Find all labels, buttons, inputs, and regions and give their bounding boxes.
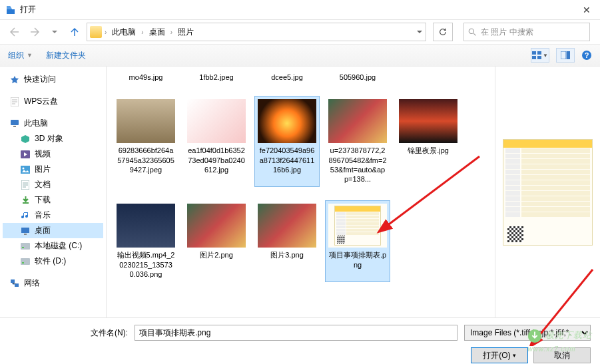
file-thumbnail bbox=[117, 204, 175, 248]
svg-rect-20 bbox=[21, 258, 30, 265]
file-type-filter[interactable]: Image Files (*.tiff;*.pjp;*.jfif;*. bbox=[464, 325, 591, 341]
file-item[interactable]: ea1f04f0d1b635273ed0497ba0240612.jpg bbox=[184, 96, 249, 187]
file-thumbnail bbox=[258, 204, 316, 248]
filename-input[interactable] bbox=[135, 325, 457, 341]
help-icon[interactable]: ? bbox=[581, 50, 592, 61]
main-area: 快速访问 WPS云盘 此电脑 3D 对象视频图片文档下载音乐桌面本地磁盘 (C:… bbox=[0, 67, 600, 317]
sidebar-item[interactable]: 3D 对象 bbox=[3, 131, 103, 146]
preview-pane-button[interactable] bbox=[556, 48, 575, 63]
title-bar: 打开 ✕ bbox=[0, 0, 600, 20]
close-button[interactable]: ✕ bbox=[579, 5, 595, 15]
refresh-button[interactable] bbox=[433, 23, 453, 41]
sidebar-quick-access[interactable]: 快速访问 bbox=[3, 72, 103, 87]
file-label: mo49s.jpg bbox=[117, 73, 175, 82]
sidebar-item[interactable]: 视频 bbox=[3, 146, 103, 162]
file-item[interactable]: 69283666bf264a57945a323656059427.jpeg bbox=[113, 96, 178, 187]
svg-rect-22 bbox=[11, 279, 15, 283]
search-placeholder: 在 照片 中搜索 bbox=[481, 27, 533, 38]
monitor-icon bbox=[9, 118, 20, 129]
breadcrumb-bar[interactable]: › 此电脑 › 桌面 › 照片 bbox=[87, 23, 426, 41]
app-icon bbox=[5, 5, 16, 15]
file-thumbnail bbox=[187, 99, 246, 143]
svg-rect-21 bbox=[22, 262, 24, 264]
recent-dropdown[interactable] bbox=[47, 24, 63, 40]
chevron-right-icon: › bbox=[170, 29, 172, 36]
file-item[interactable]: 1fbb2.jpeg bbox=[184, 69, 249, 85]
chevron-right-icon: › bbox=[105, 29, 107, 36]
svg-rect-1 bbox=[532, 51, 536, 55]
svg-rect-17 bbox=[24, 234, 27, 235]
svg-rect-18 bbox=[21, 243, 30, 250]
pic-icon bbox=[20, 164, 31, 175]
desktop-icon bbox=[20, 226, 31, 236]
svg-rect-16 bbox=[21, 228, 29, 233]
chevron-down-icon[interactable] bbox=[416, 29, 423, 35]
file-item[interactable]: 505960.jpg bbox=[325, 69, 390, 85]
sidebar-item[interactable]: 本地磁盘 (C:) bbox=[3, 238, 103, 254]
cancel-button[interactable]: 取消 bbox=[533, 347, 591, 363]
file-thumbnail bbox=[117, 99, 175, 143]
file-thumbnail bbox=[258, 99, 316, 143]
forward-button[interactable] bbox=[27, 24, 43, 40]
file-item[interactable]: 输出视频5.mp4_20230215_135730.036.png bbox=[113, 200, 178, 282]
file-label: fe720403549a96a8713f2644761116b6.jpg bbox=[258, 146, 316, 174]
file-label: 锦里夜景.jpg bbox=[399, 146, 457, 155]
sidebar-item[interactable]: 软件 (D:) bbox=[3, 254, 103, 269]
file-label: 图片3.png bbox=[258, 250, 316, 260]
view-mode-button[interactable]: ▼ bbox=[531, 48, 549, 63]
breadcrumb-item[interactable]: 照片 bbox=[175, 25, 196, 39]
file-item[interactable]: 图片2.png bbox=[184, 200, 249, 282]
file-item[interactable]: 锦里夜景.jpg bbox=[396, 96, 461, 187]
window-title: 打开 bbox=[20, 4, 579, 15]
preview-thumbnail bbox=[503, 139, 593, 246]
open-button[interactable]: 打开(O)▾ bbox=[471, 347, 528, 363]
svg-rect-19 bbox=[22, 247, 24, 248]
breadcrumb-item[interactable]: 桌面 bbox=[147, 25, 168, 39]
sidebar-item[interactable]: 下载 bbox=[3, 192, 103, 208]
folder-icon bbox=[90, 26, 102, 38]
footer: 文件名(N): Image Files (*.tiff;*.pjp;*.jfif… bbox=[0, 317, 600, 364]
sidebar-item[interactable]: 文档 bbox=[3, 177, 103, 192]
svg-rect-10 bbox=[11, 120, 19, 125]
svg-point-14 bbox=[23, 167, 25, 169]
chevron-right-icon: › bbox=[141, 29, 143, 36]
up-button[interactable] bbox=[67, 24, 83, 40]
preview-pane bbox=[495, 67, 600, 317]
file-label: 1fbb2.jpeg bbox=[187, 73, 246, 82]
file-item[interactable]: mo49s.jpg bbox=[113, 69, 178, 85]
back-button[interactable] bbox=[7, 24, 23, 40]
file-item[interactable]: 项目事项排期表.png bbox=[325, 200, 390, 282]
file-label: dcee5.jpg bbox=[258, 73, 316, 82]
file-thumbnail bbox=[399, 99, 457, 143]
sidebar-wps[interactable]: WPS云盘 bbox=[3, 94, 103, 109]
toolbar: 组织 ▼ 新建文件夹 ▼ ? bbox=[0, 44, 600, 67]
file-list[interactable]: mo49s.jpg1fbb2.jpegdcee5.jpg505960.jpg69… bbox=[107, 67, 495, 317]
sidebar-item[interactable]: 图片 bbox=[3, 162, 103, 177]
disk-icon bbox=[20, 241, 31, 252]
search-input[interactable]: 在 照片 中搜索 bbox=[463, 23, 590, 41]
breadcrumb-item[interactable]: 此电脑 bbox=[109, 25, 139, 39]
organize-button[interactable]: 组织 ▼ bbox=[8, 50, 33, 61]
file-item[interactable]: u=2373878772,2896705482&fm=253&fmt=auto&… bbox=[325, 96, 390, 187]
file-label: ea1f04f0d1b635273ed0497ba0240612.jpg bbox=[187, 146, 246, 174]
file-thumbnail bbox=[328, 99, 387, 143]
sidebar-item[interactable]: 音乐 bbox=[3, 208, 103, 223]
navigation-bar: › 此电脑 › 桌面 › 照片 在 照片 中搜索 bbox=[0, 20, 600, 44]
sidebar-network[interactable]: 网络 bbox=[3, 275, 103, 291]
svg-rect-5 bbox=[561, 51, 566, 59]
file-item[interactable]: dcee5.jpg bbox=[254, 69, 320, 85]
file-item[interactable]: fe720403549a96a8713f2644761116b6.jpg bbox=[254, 96, 320, 187]
svg-rect-4 bbox=[537, 56, 541, 59]
file-item[interactable]: 图片3.png bbox=[254, 200, 320, 282]
down-icon bbox=[20, 195, 31, 206]
filename-label: 文件名(N): bbox=[91, 327, 128, 339]
file-label: 505960.jpg bbox=[328, 73, 387, 82]
svg-rect-11 bbox=[13, 126, 16, 127]
cube-icon bbox=[20, 134, 31, 144]
svg-rect-3 bbox=[532, 56, 536, 59]
sidebar-item[interactable]: 桌面 bbox=[3, 223, 103, 238]
new-folder-button[interactable]: 新建文件夹 bbox=[46, 50, 86, 61]
sidebar-this-pc[interactable]: 此电脑 bbox=[3, 116, 103, 131]
file-thumbnail bbox=[328, 204, 387, 248]
music-icon bbox=[20, 210, 31, 221]
